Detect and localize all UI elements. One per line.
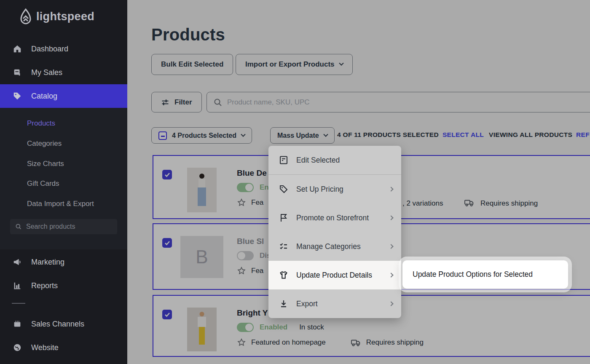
tag-icon — [279, 184, 289, 194]
chevron-right-icon — [389, 301, 393, 306]
menu-item-label: Update Product Details — [296, 271, 382, 280]
chevron-right-icon — [389, 273, 393, 277]
megaphone-icon — [13, 257, 22, 267]
tshirt-icon — [279, 270, 289, 280]
menu-item-label: Edit Selected — [296, 156, 393, 165]
tag-icon — [13, 91, 22, 101]
app-window: lightspeed Dashboard My Sales Catalog — [0, 0, 590, 364]
submenu-item-label: Update Product Options for Selected — [413, 270, 533, 279]
sidebar-item-dashboard[interactable]: Dashboard — [0, 37, 127, 61]
home-icon — [13, 44, 22, 54]
mass-update-menu: Edit Selected Set Up Pricing Promote on … — [268, 146, 401, 318]
sidebar-item-label: Catalog — [31, 92, 57, 101]
menu-item-update-product-details[interactable]: Update Product Details — [268, 261, 401, 289]
sidebar-item-label: My Sales — [31, 68, 62, 77]
flag-icon — [279, 213, 289, 223]
menu-item-export[interactable]: Export — [268, 289, 401, 318]
menu-item-manage-categories[interactable]: Manage Categories — [268, 232, 401, 261]
sidebar-subitem-categories[interactable]: Categories — [27, 139, 62, 148]
download-icon — [279, 299, 289, 309]
sidebar-subitem-gift-cards[interactable]: Gift Cards — [27, 179, 59, 188]
sidebar: lightspeed Dashboard My Sales Catalog — [0, 0, 127, 364]
search-icon — [15, 223, 22, 230]
sidebar-item-label: Reports — [31, 281, 58, 290]
main-content: Products Bulk Edit Selected Import or Ex… — [127, 0, 590, 364]
menu-item-edit-selected[interactable]: Edit Selected — [268, 146, 401, 174]
globe-icon — [13, 343, 22, 352]
submenu-update-product-options[interactable]: Update Product Options for Selected — [402, 260, 568, 289]
sidebar-item-catalog[interactable]: Catalog — [0, 84, 127, 108]
sidebar-item-website[interactable]: Website — [0, 336, 127, 359]
catalog-subpanel: Products Categories Size Charts Gift Car… — [0, 108, 127, 249]
lightspeed-logo: lightspeed — [19, 8, 94, 24]
storefront-icon — [13, 319, 22, 329]
chevron-right-icon — [389, 244, 393, 249]
lightspeed-flame-icon — [19, 8, 32, 24]
receipt-icon — [13, 68, 22, 77]
form-icon — [279, 155, 289, 165]
sidebar-search-input[interactable] — [26, 223, 102, 230]
sidebar-item-label: Website — [31, 343, 59, 352]
sidebar-item-sales-channels[interactable]: Sales Channels — [0, 312, 127, 336]
sidebar-item-label: Dashboard — [31, 45, 68, 54]
sidebar-item-my-sales[interactable]: My Sales — [0, 61, 127, 84]
sidebar-subitem-products[interactable]: Products — [27, 119, 55, 128]
menu-item-set-up-pricing[interactable]: Set Up Pricing — [268, 175, 401, 203]
sidebar-item-label: Sales Channels — [31, 320, 84, 329]
checklist-icon — [279, 241, 289, 252]
menu-item-promote-on-storefront[interactable]: Promote on Storefront — [268, 203, 401, 232]
sidebar-item-marketing[interactable]: Marketing — [0, 250, 127, 274]
chevron-right-icon — [389, 215, 393, 220]
sidebar-item-reports[interactable]: Reports — [0, 274, 127, 297]
sidebar-search[interactable] — [10, 219, 117, 234]
logo-wordmark: lightspeed — [36, 10, 94, 23]
bar-chart-icon — [13, 281, 22, 290]
menu-item-label: Manage Categories — [296, 242, 382, 251]
menu-item-label: Export — [296, 300, 382, 308]
sidebar-subitem-data-import-export[interactable]: Data Import & Export — [27, 200, 94, 208]
menu-item-label: Set Up Pricing — [296, 185, 382, 194]
menu-item-label: Promote on Storefront — [296, 214, 382, 222]
sidebar-subitem-size-charts[interactable]: Size Charts — [27, 160, 64, 168]
sidebar-item-label: Marketing — [31, 258, 64, 267]
sidebar-divider — [12, 303, 25, 304]
chevron-right-icon — [389, 187, 393, 191]
